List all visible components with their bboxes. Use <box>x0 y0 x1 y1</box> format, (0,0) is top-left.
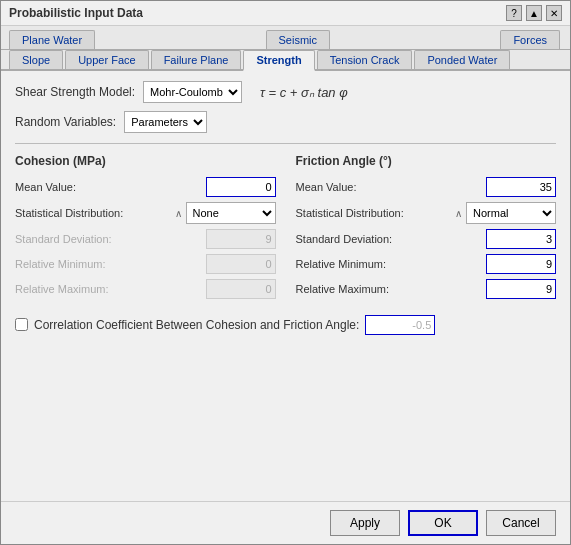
cohesion-column: Cohesion (MPa) Mean Value: Statistical D… <box>15 154 276 303</box>
cancel-button[interactable]: Cancel <box>486 510 556 536</box>
correlation-input <box>365 315 435 335</box>
spacer <box>15 343 556 492</box>
friction-relmin-row: Relative Minimum: <box>296 254 557 274</box>
cohesion-dist-label: Statistical Distribution: <box>15 207 135 219</box>
friction-dist-select[interactable]: Normal None <box>466 202 556 224</box>
friction-stddev-row: Standard Deviation: <box>296 229 557 249</box>
tab-plane-water[interactable]: Plane Water <box>9 30 95 49</box>
cohesion-relmin-row: Relative Minimum: <box>15 254 276 274</box>
friction-stddev-input[interactable] <box>486 229 556 249</box>
cohesion-relmin-input <box>206 254 276 274</box>
correlation-row: Correlation Coefficient Between Cohesion… <box>15 315 556 335</box>
cohesion-dist-row: Statistical Distribution: ∧ None Normal <box>15 202 276 224</box>
friction-dist-icon: ∧ <box>455 208 462 219</box>
cohesion-relmax-label: Relative Maximum: <box>15 283 135 295</box>
cohesion-stddev-input <box>206 229 276 249</box>
tab-strength[interactable]: Strength <box>243 50 314 71</box>
friction-dist-label: Statistical Distribution: <box>296 207 416 219</box>
cohesion-mean-row: Mean Value: <box>15 177 276 197</box>
tab-tension-crack[interactable]: Tension Crack <box>317 50 413 69</box>
cohesion-dist-select[interactable]: None Normal <box>186 202 276 224</box>
shear-strength-label: Shear Strength Model: <box>15 85 135 99</box>
cohesion-relmax-row: Relative Maximum: <box>15 279 276 299</box>
cohesion-relmin-label: Relative Minimum: <box>15 258 135 270</box>
friction-relmin-input[interactable] <box>486 254 556 274</box>
tab-failure-plane[interactable]: Failure Plane <box>151 50 242 69</box>
cohesion-stddev-row: Standard Deviation: <box>15 229 276 249</box>
shear-strength-select[interactable]: Mohr-Coulomb <box>143 81 242 103</box>
cohesion-relmax-input <box>206 279 276 299</box>
apply-button[interactable]: Apply <box>330 510 400 536</box>
cohesion-stddev-label: Standard Deviation: <box>15 233 135 245</box>
probabilistic-input-dialog: Probabilistic Input Data ? ▲ ✕ Plane Wat… <box>0 0 571 545</box>
help-button[interactable]: ? <box>506 5 522 21</box>
title-bar-right: ? ▲ ✕ <box>506 5 562 21</box>
ok-button[interactable]: OK <box>408 510 478 536</box>
random-variables-row: Random Variables: Parameters <box>15 111 556 133</box>
title-bar: Probabilistic Input Data ? ▲ ✕ <box>1 1 570 26</box>
friction-mean-input[interactable] <box>486 177 556 197</box>
friction-column: Friction Angle (°) Mean Value: Statistic… <box>296 154 557 303</box>
cohesion-mean-input[interactable] <box>206 177 276 197</box>
friction-stddev-label: Standard Deviation: <box>296 233 416 245</box>
cohesion-mean-label: Mean Value: <box>15 181 135 193</box>
tab-seismic[interactable]: Seismic <box>266 30 331 49</box>
divider <box>15 143 556 144</box>
close-button[interactable]: ✕ <box>546 5 562 21</box>
friction-dist-row: Statistical Distribution: ∧ Normal None <box>296 202 557 224</box>
friction-relmax-input[interactable] <box>486 279 556 299</box>
dialog-content: Shear Strength Model: Mohr-Coulomb τ = c… <box>1 71 570 501</box>
friction-header: Friction Angle (°) <box>296 154 557 168</box>
tab-upper-face[interactable]: Upper Face <box>65 50 148 69</box>
friction-relmax-row: Relative Maximum: <box>296 279 557 299</box>
tab-slope[interactable]: Slope <box>9 50 63 69</box>
friction-mean-row: Mean Value: <box>296 177 557 197</box>
friction-relmin-label: Relative Minimum: <box>296 258 416 270</box>
random-variables-select[interactable]: Parameters <box>124 111 207 133</box>
two-columns: Cohesion (MPa) Mean Value: Statistical D… <box>15 154 556 303</box>
shear-formula: τ = c + σₙ tan φ <box>260 85 348 100</box>
minimize-button[interactable]: ▲ <box>526 5 542 21</box>
tab-forces[interactable]: Forces <box>500 30 560 49</box>
shear-strength-row: Shear Strength Model: Mohr-Coulomb τ = c… <box>15 81 556 103</box>
footer: Apply OK Cancel <box>1 501 570 544</box>
top-tabs: Plane Water Seismic Forces <box>1 26 570 50</box>
dialog-title: Probabilistic Input Data <box>9 6 143 20</box>
cohesion-header: Cohesion (MPa) <box>15 154 276 168</box>
tab-ponded-water[interactable]: Ponded Water <box>414 50 510 69</box>
friction-dist-select-row: ∧ Normal None <box>455 202 556 224</box>
random-variables-label: Random Variables: <box>15 115 116 129</box>
friction-mean-label: Mean Value: <box>296 181 416 193</box>
cohesion-dist-icon: ∧ <box>175 208 182 219</box>
correlation-checkbox[interactable] <box>15 318 28 331</box>
cohesion-dist-select-row: ∧ None Normal <box>175 202 276 224</box>
correlation-label: Correlation Coefficient Between Cohesion… <box>34 318 359 332</box>
bottom-tabs: Slope Upper Face Failure Plane Strength … <box>1 50 570 71</box>
title-bar-left: Probabilistic Input Data <box>9 6 143 20</box>
friction-relmax-label: Relative Maximum: <box>296 283 416 295</box>
